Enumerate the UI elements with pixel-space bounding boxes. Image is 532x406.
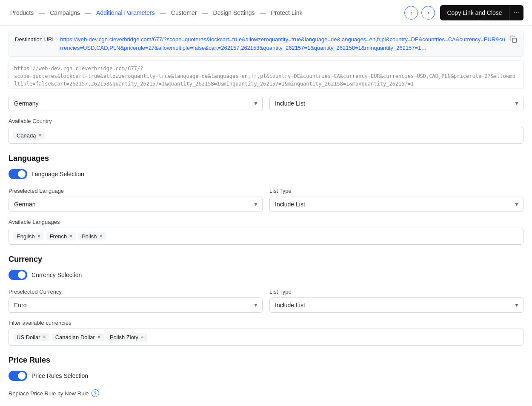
available-country-label: Available Country <box>9 118 523 124</box>
currency-title: Currency <box>9 255 523 264</box>
nav-sep-5: — <box>260 9 266 16</box>
currency-list-type-select-wrapper: Include List ▼ <box>269 297 523 313</box>
country-list-type-select-wrapper: Include List ▼ <box>269 96 523 111</box>
currency-list-type-select[interactable]: Include List <box>269 297 523 313</box>
tag-english-remove[interactable]: × <box>37 233 40 239</box>
language-form-row: Preselected Language German ▼ List Type … <box>9 188 523 212</box>
nav-item-design-settings[interactable]: Design Settings <box>212 9 257 16</box>
nav-item-protect-link[interactable]: Protect Link <box>269 9 304 16</box>
url-textarea[interactable]: https://web-dev.cgn.cleverbridge.com/677… <box>9 60 523 89</box>
preselected-country-select[interactable]: Germany <box>9 96 263 111</box>
nav-item-campaigns[interactable]: Campaigns <box>48 9 82 16</box>
top-navigation: Products — Campaigns — Additional Parame… <box>0 0 532 26</box>
preselected-currency-select-wrapper: Euro ▼ <box>9 297 263 313</box>
preselected-currency-group: Preselected Currency Euro ▼ <box>9 289 263 313</box>
country-list-type-group: Include List ▼ <box>269 96 523 111</box>
preselected-country-group: Germany ▼ <box>9 96 263 111</box>
preselected-language-group: Preselected Language German ▼ <box>9 188 263 212</box>
filter-currencies-label: Filter available currencies <box>9 320 523 326</box>
nav-sep-2: — <box>85 9 91 16</box>
tag-canadian-dollar-label: Canadian Dollar <box>55 334 95 340</box>
currency-toggle-row: Currency Selection <box>9 270 523 280</box>
currency-list-type-group: List Type Include List ▼ <box>269 289 523 313</box>
url-banner-label: Destination URL: <box>15 35 57 44</box>
copy-link-button[interactable]: Copy Link and Close ··· <box>440 5 523 20</box>
tag-canada-label: Canada <box>17 132 36 139</box>
available-country-tags[interactable]: Canada × <box>9 127 523 144</box>
svg-rect-0 <box>512 38 517 43</box>
tag-canada: Canada × <box>13 132 45 140</box>
available-languages-label: Available Languages <box>9 219 523 225</box>
tag-english: English × <box>13 232 44 240</box>
tag-french-remove[interactable]: × <box>69 233 72 239</box>
language-list-type-label: List Type <box>269 188 523 194</box>
language-selection-label: Language Selection <box>31 171 84 177</box>
tag-polish-remove[interactable]: × <box>100 233 103 239</box>
available-languages-tags[interactable]: English × French × Polish × <box>9 228 523 245</box>
language-list-type-group: List Type Include List ▼ <box>269 188 523 212</box>
filter-currencies-section: Filter available currencies US Dollar × … <box>9 320 523 346</box>
tag-french: French × <box>46 232 76 240</box>
copy-link-dots[interactable]: ··· <box>509 6 523 20</box>
nav-sep-3: — <box>160 9 166 16</box>
tag-english-label: English <box>17 233 35 240</box>
nav-items: Products — Campaigns — Additional Parame… <box>9 9 404 16</box>
tag-usdollar-label: US Dollar <box>17 334 40 340</box>
info-icon[interactable]: ? <box>92 389 99 397</box>
url-banner: Destination URL: https://web-dev.cgn.cle… <box>9 31 523 57</box>
languages-title: Languages <box>9 154 523 163</box>
tag-polish-zloty: Polish Zloty × <box>106 333 147 341</box>
tag-usdollar-remove[interactable]: × <box>43 334 46 340</box>
tag-polish-zloty-remove[interactable]: × <box>141 334 144 340</box>
country-row: Germany ▼ Include List ▼ <box>9 96 523 111</box>
price-rules-toggle-row: Price Rules Selection <box>9 371 523 381</box>
tag-polish: Polish × <box>78 232 106 240</box>
price-rules-selection-toggle[interactable] <box>9 371 27 381</box>
language-selection-toggle[interactable] <box>9 169 27 179</box>
filter-currencies-tags[interactable]: US Dollar × Canadian Dollar × Polish Zlo… <box>9 329 523 346</box>
language-list-type-select[interactable]: Include List <box>269 197 523 212</box>
nav-arrows: ‹ › <box>404 6 435 20</box>
tag-canadian-dollar-remove[interactable]: × <box>97 334 100 340</box>
currency-section: Currency Currency Selection Preselected … <box>9 255 523 346</box>
nav-sep-1: — <box>39 9 45 16</box>
language-list-type-select-wrapper: Include List ▼ <box>269 197 523 212</box>
main-content: Germany ▼ Include List ▼ Available Count… <box>0 96 532 397</box>
copy-icon[interactable] <box>509 35 517 46</box>
nav-prev-button[interactable]: ‹ <box>404 6 418 20</box>
replace-price-rule-label: Replace Price Rule by New Rule <box>9 390 89 397</box>
nav-next-button[interactable]: › <box>421 6 435 20</box>
copy-link-label: Copy Link and Close <box>440 6 509 20</box>
nav-item-products[interactable]: Products <box>9 9 35 16</box>
tag-polish-zloty-label: Polish Zloty <box>110 334 138 340</box>
preselected-language-select[interactable]: German <box>9 197 263 212</box>
currency-list-type-label: List Type <box>269 289 523 295</box>
languages-section: Languages Language Selection Preselected… <box>9 154 523 245</box>
tag-canada-remove[interactable]: × <box>39 132 42 138</box>
currency-selection-toggle[interactable] <box>9 270 27 280</box>
nav-item-customer[interactable]: Customer <box>169 9 199 16</box>
url-banner-link[interactable]: https://web-dev.cgn.cleverbridge.com/677… <box>60 35 506 52</box>
tag-canadian-dollar: Canadian Dollar × <box>52 333 104 341</box>
nav-sep-4: — <box>202 9 208 16</box>
tag-polish-label: Polish <box>82 233 97 240</box>
language-toggle-row: Language Selection <box>9 169 523 179</box>
price-rules-selection-label: Price Rules Selection <box>31 372 88 379</box>
tag-french-label: French <box>50 233 67 240</box>
replace-price-rule-row: Replace Price Rule by New Rule ? <box>9 389 523 397</box>
preselected-currency-select[interactable]: Euro <box>9 297 263 313</box>
currency-form-row: Preselected Currency Euro ▼ List Type In… <box>9 289 523 313</box>
preselected-currency-label: Preselected Currency <box>9 289 263 295</box>
nav-item-additional-parameters[interactable]: Additional Parameters <box>94 9 157 16</box>
tag-usdollar: US Dollar × <box>13 333 49 341</box>
available-languages-section: Available Languages English × French × P… <box>9 219 523 245</box>
preselected-country-select-wrapper: Germany ▼ <box>9 96 263 111</box>
currency-selection-label: Currency Selection <box>31 272 82 278</box>
price-rules-section: Price Rules Price Rules Selection Replac… <box>9 356 523 397</box>
preselected-language-label: Preselected Language <box>9 188 263 194</box>
preselected-language-select-wrapper: German ▼ <box>9 197 263 212</box>
country-list-type-select[interactable]: Include List <box>269 96 523 111</box>
price-rules-title: Price Rules <box>9 356 523 365</box>
available-country-section: Available Country Canada × <box>9 118 523 144</box>
